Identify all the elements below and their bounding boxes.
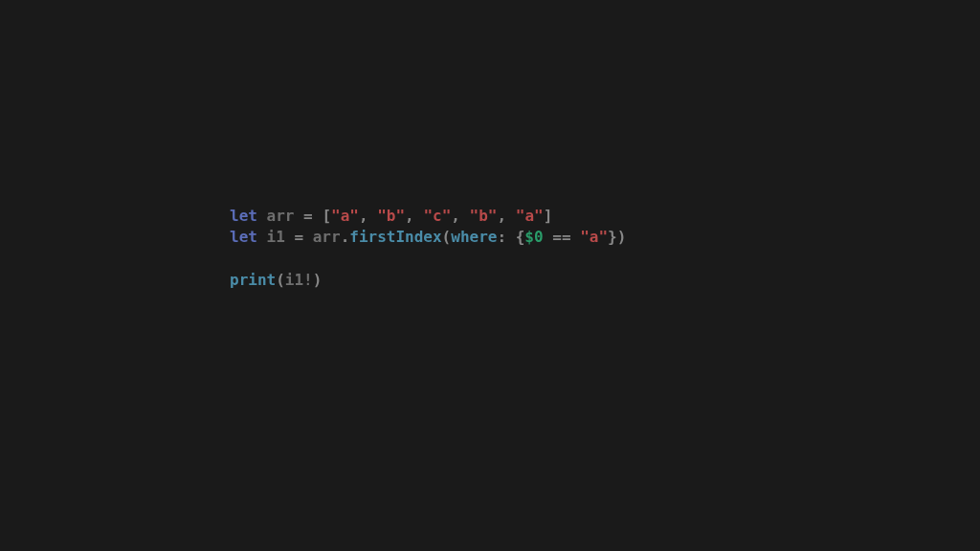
paren-open: (: [276, 271, 285, 289]
space: [414, 207, 424, 225]
identifier-arr: arr: [313, 228, 341, 246]
space: [368, 207, 378, 225]
code-line-4: print(i1!): [230, 270, 626, 291]
space: [285, 228, 295, 246]
space: [506, 207, 516, 225]
space: [257, 207, 267, 225]
identifier-i1-unwrap: i1!: [285, 271, 313, 289]
closure-param: $0: [524, 228, 543, 246]
operator-equals: =: [303, 207, 313, 225]
space: [303, 228, 313, 246]
function-firstIndex: firstIndex: [349, 228, 441, 246]
comma: ,: [405, 207, 414, 225]
function-print: print: [230, 271, 276, 289]
blank-line: [230, 249, 626, 270]
operator-eqeq: ==: [552, 228, 570, 246]
param-where: where: [451, 228, 497, 246]
space: [571, 228, 581, 246]
space: [257, 228, 267, 246]
identifier-i1: i1: [267, 228, 285, 246]
string-literal: "a": [516, 207, 544, 225]
string-literal: "a": [331, 207, 359, 225]
comma: ,: [359, 207, 368, 225]
space: [506, 228, 516, 246]
brace-close: }: [608, 228, 617, 246]
comma: ,: [451, 207, 460, 225]
comma: ,: [497, 207, 506, 225]
operator-equals: =: [294, 228, 303, 246]
bracket-close: ]: [544, 207, 553, 225]
string-literal: "c": [423, 207, 451, 225]
code-line-1: let arr = ["a", "b", "c", "b", "a"]: [230, 206, 626, 227]
space: [294, 207, 303, 225]
paren-close: ): [313, 271, 323, 289]
code-line-2: let i1 = arr.firstIndex(where: {$0 == "a…: [230, 227, 626, 248]
space: [313, 207, 323, 225]
keyword-let: let: [230, 228, 257, 246]
brace-open: {: [516, 228, 525, 246]
paren-close: ): [617, 228, 627, 246]
code-block: let arr = ["a", "b", "c", "b", "a"] let …: [230, 206, 626, 291]
paren-open: (: [442, 228, 452, 246]
dot: .: [341, 228, 350, 246]
colon: :: [497, 228, 506, 246]
space: [544, 228, 553, 246]
bracket-open: [: [322, 207, 331, 225]
string-literal: "b": [470, 207, 498, 225]
space: [460, 207, 470, 225]
string-literal: "b": [377, 207, 405, 225]
keyword-let: let: [230, 207, 257, 225]
string-literal: "a": [580, 228, 608, 246]
identifier-arr: arr: [267, 207, 295, 225]
